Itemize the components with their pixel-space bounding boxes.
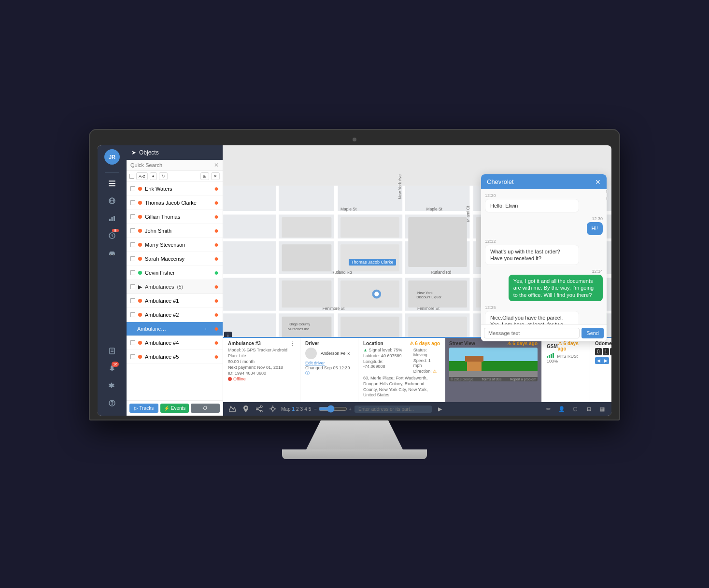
toolbar-location-icon[interactable] [268,404,278,414]
events-label: Events [171,406,186,411]
search-close-icon[interactable]: ✕ [214,162,219,168]
longitude: Longitude: -74.069008 [363,359,404,369]
item-checkbox[interactable] [130,256,135,261]
filter-button[interactable]: ⊞ [200,172,209,180]
page-2[interactable]: 2 [296,406,299,412]
toolbar-grid-icon[interactable]: ▦ [597,404,608,414]
select-all-checkbox[interactable] [129,174,134,179]
item-checkbox[interactable] [130,186,135,191]
status-dot [138,229,142,233]
svg-rect-47 [408,217,467,267]
page-3[interactable]: 3 [300,406,303,412]
sort-dot-button[interactable]: ● [150,172,157,180]
odometer-title: Odometer [595,341,611,346]
item-checkbox[interactable] [130,354,135,359]
sidebar-icon-clock[interactable]: B [104,228,120,243]
list-item-ambulance2[interactable]: Ambulance #2 ● [127,308,223,322]
item-checkbox[interactable] [130,340,135,345]
objects-header: ➤ Objects [127,145,223,160]
objects-title: Objects [139,149,159,156]
toolbar-marker-icon[interactable] [241,404,251,414]
street-view-image[interactable]: © 2018 Google Terms of Use Report a prob… [449,348,538,381]
item-checkbox[interactable] [130,312,135,317]
item-checkbox[interactable] [130,228,135,233]
toolbar-share-icon[interactable] [254,404,265,414]
avatar[interactable]: JR [104,149,120,165]
zoom-slider-input[interactable] [318,405,347,413]
quick-search-input[interactable] [130,162,212,168]
toolbar-map-icon[interactable] [227,404,238,414]
chat-close-button[interactable]: ✕ [595,179,601,185]
list-item-gillian[interactable]: Gillian Thomas ● [127,210,223,224]
group-count: (5) [177,284,183,290]
info-button[interactable]: i [202,325,209,332]
sidebar-icon-document[interactable] [104,343,120,359]
list-item-john[interactable]: John Smith ● [127,224,223,238]
location-age: ⚠ 6 days ago [410,341,440,346]
group-ambulances[interactable]: ▶ Ambulances (5) ● [127,280,223,294]
toolbar-layers-icon[interactable]: ⊞ [583,404,594,414]
app-container: JR [98,145,611,416]
list-item-erik[interactable]: Erik Waters ● [127,182,223,196]
list-item-ambulance4[interactable]: Ambulance #4 ● [127,336,223,350]
edit-driver-link[interactable]: Edit driver [305,361,353,365]
sort-az-button[interactable]: A-z [136,172,148,180]
odometer-prev-btn[interactable]: ◀ [595,357,602,364]
chat-messages: 12:30 Hello, Elwin 12:30 Hi! 12:32 [481,189,607,324]
list-item-thomas[interactable]: Thomas Jacob Clarke ● [127,196,223,210]
status-dot [138,243,142,247]
list-item-sarah[interactable]: Sarah Maccensy ● [127,252,223,266]
tracks-button[interactable]: ▷ Tracks [129,404,158,413]
sidebar-icon-settings[interactable] [104,378,120,393]
svg-rect-45 [282,244,332,271]
map-area[interactable]: Maple St Maple St Maple St Midwood St Mi… [223,145,611,416]
address-search-input[interactable] [354,406,432,413]
status-moving: Status: Moving [413,348,440,357]
objects-search: ✕ [127,160,223,171]
page-1[interactable]: 1 [292,406,295,412]
item-checkbox[interactable] [130,242,135,247]
page-4[interactable]: 4 [304,406,307,412]
sidebar-icon-menu[interactable] [104,176,120,191]
sidebar-icon-car[interactable] [104,245,120,261]
report-link[interactable]: Report a problem [510,378,536,381]
toolbar-shape-icon[interactable]: ⬡ [570,404,581,414]
item-checkbox[interactable] [130,200,135,205]
terms-link[interactable]: Terms of Use [482,378,501,381]
sidebar-icon-bell[interactable]: 16 [104,361,120,376]
refresh-button[interactable]: ↻ [159,172,168,180]
toolbar-draw-icon[interactable]: ✏ [543,404,553,414]
list-item-ambulance1[interactable]: Ambulance #1 ● [127,294,223,308]
sidebar-icon-globe[interactable] [104,193,120,209]
toolbar-person-icon[interactable]: 👤 [556,404,567,414]
list-item-marry[interactable]: Marry Stevenson ● [127,238,223,252]
list-item-ambulance3[interactable]: ✓ Ambulance #3 i ● [127,322,223,336]
address-search-btn[interactable]: ▶ [435,404,445,414]
zoom-in-button[interactable]: + [349,406,352,412]
page-5[interactable]: 5 [309,406,312,412]
object-name: Marry Stevenson [145,242,211,248]
item-checkbox[interactable] [130,214,135,219]
object-name: Ambulance #2 [145,312,211,318]
group-checkbox[interactable] [130,284,135,289]
more-button[interactable]: ✕ [211,172,220,180]
history-button[interactable]: ⏱ [191,404,220,413]
list-item-ambulance5[interactable]: Ambulance #5 ● [127,350,223,364]
svg-rect-7 [112,217,113,221]
unit-menu-icon[interactable]: ⋮ [290,341,295,346]
odometer-next-btn[interactable]: ▶ [602,357,609,364]
street-view-section: Street View ⚠ 6 days ago © 2018 Google T… [445,338,542,402]
chat-send-button[interactable]: Send [581,328,604,338]
monitor-stand [306,420,403,449]
zoom-out-button[interactable]: − [314,406,317,412]
item-checkbox[interactable] [130,270,135,275]
chat-message-input[interactable] [484,328,580,338]
svg-rect-6 [109,219,111,221]
item-checkbox[interactable] [130,298,135,303]
events-button[interactable]: ⚡ Events [160,404,189,413]
sidebar-icon-chart[interactable] [104,210,120,226]
sidebar-icon-help[interactable] [104,395,120,411]
list-item-cevin[interactable]: Cevin Fisher ● [127,266,223,280]
unit-title: Ambulance #3 ⋮ [228,341,295,346]
monitor-bezel: JR [98,145,611,416]
